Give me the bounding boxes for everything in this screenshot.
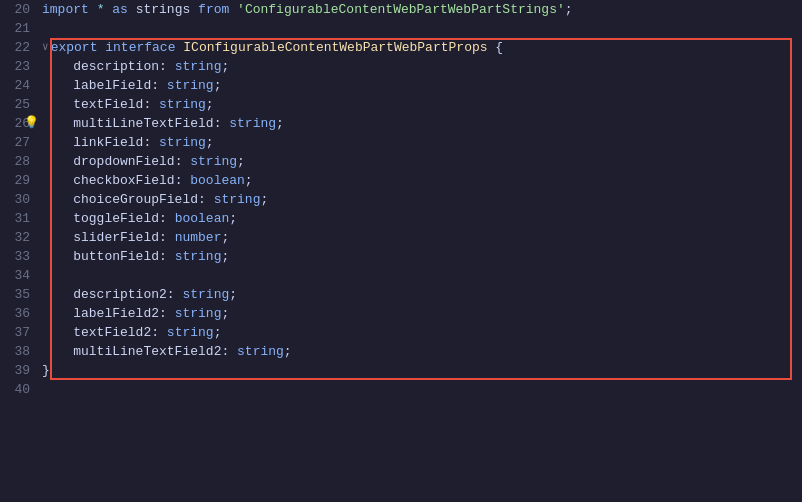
- code-line: 34: [0, 266, 802, 285]
- line-number: 38: [0, 342, 42, 361]
- token: toggleField: [42, 211, 159, 226]
- line-number: 27: [0, 133, 42, 152]
- token: :: [175, 154, 191, 169]
- line-content: sliderField: number;: [42, 228, 802, 247]
- token: }: [42, 363, 50, 378]
- code-line: 29 checkboxField: boolean;: [0, 171, 802, 190]
- line-content: description2: string;: [42, 285, 802, 304]
- token: labelField2: [42, 306, 159, 321]
- token: :: [175, 173, 191, 188]
- token: import: [42, 2, 89, 17]
- token: string: [167, 78, 214, 93]
- token: ;: [221, 249, 229, 264]
- line-number: 31: [0, 209, 42, 228]
- line-content: checkboxField: boolean;: [42, 171, 802, 190]
- token: :: [214, 116, 230, 131]
- token: strings: [128, 2, 198, 17]
- line-number: 20: [0, 0, 42, 19]
- token: string: [159, 97, 206, 112]
- line-content: dropdownField: string;: [42, 152, 802, 171]
- token: textField2: [42, 325, 151, 340]
- token: [89, 2, 97, 17]
- code-line: 33 buttonField: string;: [0, 247, 802, 266]
- code-line: 30 choiceGroupField: string;: [0, 190, 802, 209]
- line-content: choiceGroupField: string;: [42, 190, 802, 209]
- token: checkboxField: [42, 173, 175, 188]
- token: ;: [565, 2, 573, 17]
- token: interface: [105, 40, 175, 55]
- code-line: 26💡 multiLineTextField: string;: [0, 114, 802, 133]
- token: ;: [229, 211, 237, 226]
- token: ;: [221, 59, 229, 74]
- token: boolean: [175, 211, 230, 226]
- token: :: [159, 230, 175, 245]
- token: multiLineTextField: [42, 116, 214, 131]
- token: from: [198, 2, 229, 17]
- token: ;: [206, 135, 214, 150]
- token: textField: [42, 97, 143, 112]
- line-content: [42, 266, 802, 285]
- collapse-arrow-icon[interactable]: ∨: [42, 38, 49, 57]
- token: ;: [214, 78, 222, 93]
- code-line: 22∨export interface IConfigurableContent…: [0, 38, 802, 57]
- code-line: 35 description2: string;: [0, 285, 802, 304]
- line-number: 22: [0, 38, 42, 57]
- code-line: 28 dropdownField: string;: [0, 152, 802, 171]
- token: ;: [229, 287, 237, 302]
- line-number: 37: [0, 323, 42, 342]
- token: :: [151, 78, 167, 93]
- code-line: 23 description: string;: [0, 57, 802, 76]
- code-line: 21: [0, 19, 802, 38]
- token: string: [175, 249, 222, 264]
- line-content: buttonField: string;: [42, 247, 802, 266]
- token: :: [159, 249, 175, 264]
- token: string: [182, 287, 229, 302]
- line-content: [42, 19, 802, 38]
- token: string: [159, 135, 206, 150]
- token: string: [237, 344, 284, 359]
- line-content: linkField: string;: [42, 133, 802, 152]
- token: :: [159, 306, 175, 321]
- line-number: 21: [0, 19, 42, 38]
- token: :: [198, 192, 214, 207]
- code-line: 24 labelField: string;: [0, 76, 802, 95]
- token: IConfigurableContentWebPartWebPartProps: [183, 40, 487, 55]
- token: ;: [237, 154, 245, 169]
- token: string: [175, 59, 222, 74]
- line-content: toggleField: boolean;: [42, 209, 802, 228]
- token: number: [175, 230, 222, 245]
- code-line: 38 multiLineTextField2: string;: [0, 342, 802, 361]
- code-line: 32 sliderField: number;: [0, 228, 802, 247]
- token: :: [143, 135, 159, 150]
- line-number: 23: [0, 57, 42, 76]
- token: :: [143, 97, 159, 112]
- token: :: [151, 325, 167, 340]
- code-line: 31 toggleField: boolean;: [0, 209, 802, 228]
- line-number: 34: [0, 266, 42, 285]
- token: string: [167, 325, 214, 340]
- line-number: 36: [0, 304, 42, 323]
- token: ;: [214, 325, 222, 340]
- line-number: 29: [0, 171, 42, 190]
- line-number: 40: [0, 380, 42, 399]
- code-line: 39}: [0, 361, 802, 380]
- token: string: [190, 154, 237, 169]
- line-content: textField: string;: [42, 95, 802, 114]
- line-number: 33: [0, 247, 42, 266]
- code-editor: 20import * as strings from 'Configurable…: [0, 0, 802, 502]
- line-content: export interface IConfigurableContentWeb…: [51, 38, 802, 57]
- code-line: 36 labelField2: string;: [0, 304, 802, 323]
- line-content: import * as strings from 'ConfigurableCo…: [42, 0, 802, 19]
- lightbulb-icon[interactable]: 💡: [24, 115, 39, 130]
- token: string: [214, 192, 261, 207]
- token: buttonField: [42, 249, 159, 264]
- line-content: textField2: string;: [42, 323, 802, 342]
- line-content: [42, 380, 802, 399]
- line-number: 39: [0, 361, 42, 380]
- code-line: 20import * as strings from 'Configurable…: [0, 0, 802, 19]
- token: labelField: [42, 78, 151, 93]
- token: dropdownField: [42, 154, 175, 169]
- token: ;: [284, 344, 292, 359]
- token: :: [221, 344, 237, 359]
- token: description2: [42, 287, 167, 302]
